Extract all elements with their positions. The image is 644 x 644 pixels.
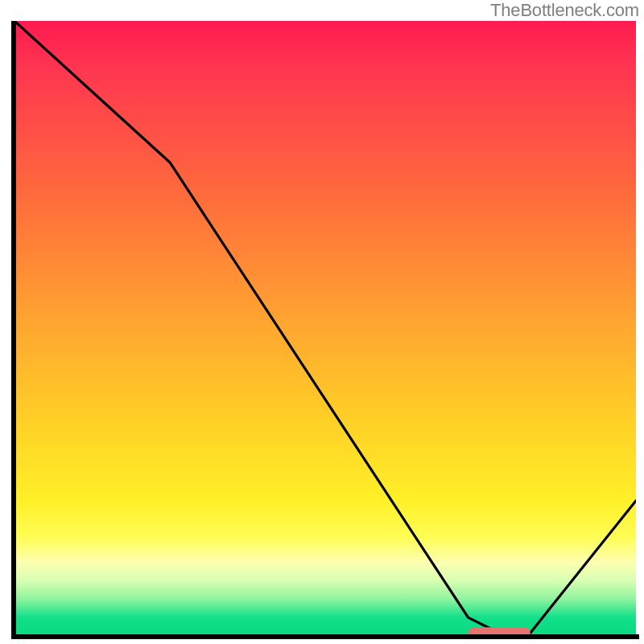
chart-frame: TheBottleneck.com [0,0,644,644]
x-axis-line [11,634,639,639]
watermark-label: TheBottleneck.com [490,0,639,21]
plot-area [14,21,636,636]
y-axis-line [11,21,16,639]
gradient-background [14,21,636,636]
